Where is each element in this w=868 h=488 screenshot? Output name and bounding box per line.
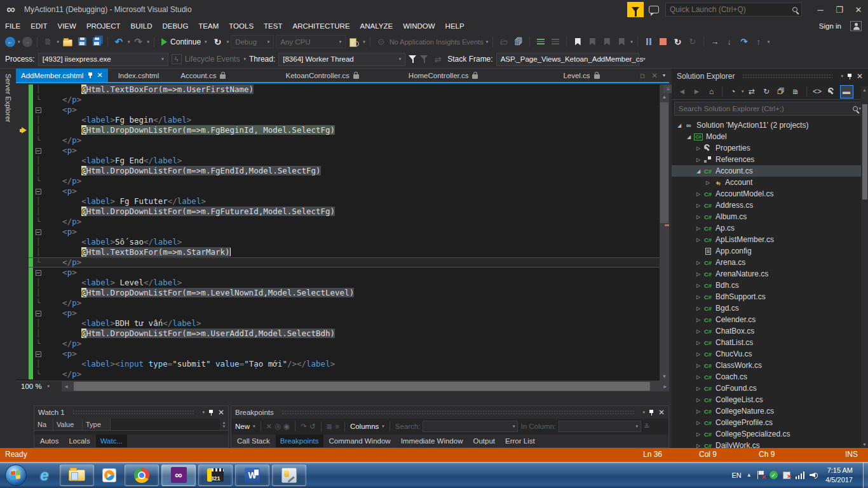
tree-item-cofound-cs[interactable]: ▷C#CoFound.cs xyxy=(672,383,868,394)
show-hidden-icons-button[interactable]: ▲ xyxy=(747,472,752,478)
collapsed-arrow-icon[interactable]: ▷ xyxy=(695,283,702,288)
compare-files-icon[interactable]: 🗐 xyxy=(512,36,525,48)
outlining-margin[interactable]: │ xyxy=(33,115,43,125)
taskbar-word[interactable]: W xyxy=(235,464,269,486)
breakpoint-margin[interactable] xyxy=(16,247,29,257)
outlining-margin[interactable]: │ xyxy=(33,207,43,217)
menu-item-analyze[interactable]: ANALYZE xyxy=(355,19,398,33)
breakpoint-margin[interactable] xyxy=(16,135,29,146)
code-line-2[interactable]: └ </p> xyxy=(16,95,669,105)
code-line-11[interactable]: − <p> xyxy=(16,186,669,196)
outlining-margin[interactable]: │ xyxy=(33,196,43,207)
doc-tab-account.cs[interactable]: Account.cs xyxy=(175,69,231,82)
clock[interactable]: 7:15 AM 4/5/2017 xyxy=(825,466,853,485)
menu-item-tools[interactable]: TOOLS xyxy=(224,19,259,33)
breakpoint-margin[interactable] xyxy=(16,186,29,196)
collapsed-arrow-icon[interactable]: ▷ xyxy=(695,306,702,311)
pin-icon[interactable] xyxy=(649,409,654,416)
outlining-margin[interactable]: │ xyxy=(33,359,43,369)
close-icon[interactable]: ✕ xyxy=(658,408,665,417)
collapse-toggle-icon[interactable]: − xyxy=(36,229,41,235)
menu-item-test[interactable]: TEST xyxy=(259,19,287,33)
tree-item-references[interactable]: ▷References xyxy=(672,154,868,165)
apply-code-changes-icon[interactable]: ↻ xyxy=(686,36,699,48)
taskbar-media-player[interactable] xyxy=(97,464,122,486)
breakpoint-margin[interactable] xyxy=(16,115,29,125)
quick-launch-box[interactable] xyxy=(665,3,802,17)
step-over-button[interactable]: ↷ xyxy=(738,36,750,48)
go-to-source-icon[interactable]: ≣ xyxy=(327,422,333,431)
tree-item-collegenature-cs[interactable]: ▷C#CollegeNature.cs xyxy=(672,405,868,417)
code-line-26[interactable]: └ </p> xyxy=(16,339,669,349)
restore-button[interactable]: ❐ xyxy=(830,2,849,17)
tree-item-chatlist-cs[interactable]: ▷C#ChatList.cs xyxy=(672,337,868,348)
breakpoints-menu-icon[interactable]: ▾ xyxy=(642,410,645,415)
code-line-20[interactable]: │ <label> Level</label> xyxy=(16,278,669,288)
scroll-right-icon[interactable]: ▸ xyxy=(663,383,667,390)
tree-item-album-cs[interactable]: ▷C#Album.cs xyxy=(672,211,868,222)
tab-watc-[interactable]: Watc... xyxy=(96,435,127,447)
code-line-24[interactable]: │ <label>BDH tư vấn</label> xyxy=(16,318,669,329)
code-line-7[interactable]: − <p> xyxy=(16,146,669,156)
taskbar-visual-studio[interactable]: ∞ xyxy=(161,464,196,486)
suspend-threads-icon[interactable]: ⇄ xyxy=(431,53,444,65)
code-line-29[interactable]: └ </p> xyxy=(16,369,669,379)
code-line-6[interactable]: └ </p> xyxy=(16,135,669,146)
collapsed-arrow-icon[interactable]: ▷ xyxy=(695,431,702,437)
breakpoint-margin[interactable] xyxy=(16,329,29,339)
continue-button[interactable]: Continue ▾ xyxy=(159,35,210,49)
doc-tab-index.cshtml[interactable]: Index.cshtml xyxy=(113,69,165,82)
pin-icon[interactable] xyxy=(208,409,214,416)
scroll-left-icon[interactable]: ◂ xyxy=(65,383,68,390)
import-breakpoints-icon[interactable]: ↺ xyxy=(309,422,316,431)
code-editor[interactable]: │ @Html.TextBoxFor(m=>m.UserFirstName)└ … xyxy=(16,85,669,381)
collapsed-arrow-icon[interactable]: ▷ xyxy=(695,317,702,323)
open-file-button[interactable] xyxy=(61,36,74,48)
breakpoint-margin[interactable] xyxy=(16,349,29,359)
properties-icon[interactable] xyxy=(825,85,839,98)
collapsed-arrow-icon[interactable]: ▷ xyxy=(695,214,702,220)
outlining-margin[interactable]: │ xyxy=(33,278,43,288)
prev-bookmark-icon[interactable] xyxy=(586,36,599,48)
show-desktop-button[interactable] xyxy=(863,462,868,488)
step-into-button[interactable]: ↓ xyxy=(723,36,736,48)
editor-vertical-scrollbar[interactable]: ≡ ▲ ▼ xyxy=(660,85,669,381)
next-bookmark-icon[interactable] xyxy=(600,36,613,48)
collapsed-arrow-icon[interactable]: ▷ xyxy=(695,363,702,369)
flag-threads-filter-icon[interactable] xyxy=(409,55,417,64)
application-insights-icon[interactable]: ⊙ xyxy=(375,36,388,48)
code-line-28[interactable]: │ <label><input type="submit" value="Tạo… xyxy=(16,359,669,369)
menu-item-help[interactable]: HELP xyxy=(440,19,470,33)
tree-item-properties[interactable]: ▷Properties xyxy=(672,142,868,154)
breakpoint-margin[interactable] xyxy=(16,166,29,176)
network-icon[interactable] xyxy=(796,471,805,479)
breakpoint-margin[interactable] xyxy=(16,369,29,379)
collapse-toggle-icon[interactable]: − xyxy=(36,311,41,316)
navigate-back-button[interactable]: ← xyxy=(5,37,15,47)
step-out-button[interactable]: ↑ xyxy=(752,36,765,48)
redo-button[interactable]: ↷ xyxy=(132,36,145,48)
collapsed-arrow-icon[interactable]: ▷ xyxy=(704,180,712,186)
tree-item-arena-cs[interactable]: ▷C#Arena.cs xyxy=(672,257,868,268)
menu-item-build[interactable]: BUILD xyxy=(126,19,158,33)
outlining-margin[interactable]: − xyxy=(33,349,43,359)
save-button[interactable] xyxy=(76,36,88,48)
collapsed-arrow-icon[interactable]: ▷ xyxy=(695,191,702,197)
undo-button[interactable]: ↶ xyxy=(112,36,125,48)
zoom-control[interactable]: 100 %▾ xyxy=(16,383,62,390)
breakpoints-search-box[interactable]: ▾ xyxy=(423,421,518,432)
collapsed-arrow-icon[interactable]: ▷ xyxy=(695,203,702,208)
menu-item-edit[interactable]: EDIT xyxy=(25,19,52,33)
tree-item-bdh-cs[interactable]: ▷C#Bdh.cs xyxy=(672,280,868,291)
package-alert-icon[interactable]: ✕ xyxy=(783,471,790,479)
breakpoint-margin[interactable] xyxy=(16,339,29,349)
breakpoint-margin[interactable] xyxy=(16,105,29,115)
process-dropdown[interactable]: [4932] iisexpress.exe▾ xyxy=(38,53,168,66)
outlining-margin[interactable]: │ xyxy=(33,247,43,257)
restart-debug-button[interactable]: ↻ xyxy=(212,36,224,48)
scroll-down-icon[interactable]: ▼ xyxy=(660,374,669,379)
scroll-up-icon[interactable]: ▲ xyxy=(660,94,669,100)
view-code-icon[interactable]: <> xyxy=(811,85,824,98)
tree-item-account-cs[interactable]: ◢C#Account.cs xyxy=(672,165,868,177)
breakpoint-margin[interactable] xyxy=(16,217,29,227)
